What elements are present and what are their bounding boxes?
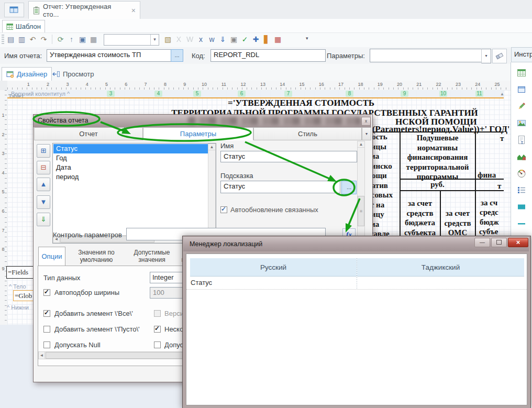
cell-russian[interactable]: Статус <box>191 279 212 286</box>
report-title-line1[interactable]: ='УТВЕРЖДЕННАЯ СТОИМОСТЬ <box>92 98 511 108</box>
column-header-russian[interactable]: Русский <box>190 258 357 277</box>
remove-parameter-button[interactable]: ⊟ <box>37 161 50 174</box>
book-icon[interactable]: ▋ <box>262 35 271 44</box>
fields-expression-cell[interactable]: =Fields <box>6 266 34 279</box>
line-icon[interactable] <box>517 219 526 228</box>
tabs-dropdown-icon[interactable]: ▾ <box>362 127 371 140</box>
allow-null-checkbox[interactable] <box>43 341 50 348</box>
print-icon[interactable]: ▦ <box>89 35 98 44</box>
tab-template[interactable]: Шаблон <box>2 20 45 32</box>
body-section-label[interactable]: ^ Тело <box>9 283 26 290</box>
validate-icon[interactable]: ✓ <box>240 35 249 44</box>
move-up-button[interactable]: ▲ <box>37 178 50 191</box>
upload-icon[interactable]: ↑ <box>67 35 76 44</box>
vscroll-thumb[interactable]: ≡ <box>358 196 364 226</box>
add-parameter-button[interactable]: ⊞ <box>37 144 50 158</box>
close-dialog-button[interactable]: x <box>361 117 371 126</box>
tab-default-values[interactable]: Значения по умолчанию <box>66 247 126 266</box>
tab-report[interactable]: Отчет <box>34 127 143 140</box>
parameter-list-item[interactable]: Дата <box>53 163 208 172</box>
tab-preview[interactable]: Просмотр <box>48 67 98 81</box>
table-rub-cell[interactable]: руб. <box>400 180 475 189</box>
parameter-list-item[interactable]: период <box>53 172 208 182</box>
list-vscrollbar[interactable] <box>208 144 216 235</box>
save-icon[interactable]: ▤ <box>6 35 15 44</box>
column-marker[interactable]: 3 <box>107 91 115 97</box>
save-all-icon[interactable]: ▥ <box>17 35 26 44</box>
globals-expression-cell[interactable]: =Glob <box>13 290 34 301</box>
tab-style[interactable]: Стиль <box>253 127 362 140</box>
parameters-dropdown-icon[interactable]: ▾ <box>481 49 491 63</box>
version-checkbox[interactable] <box>154 310 161 317</box>
move-down-button[interactable]: ▼ <box>37 195 50 209</box>
autowidth-checkbox[interactable] <box>43 289 50 296</box>
scroll-left-icon[interactable]: ◄ <box>38 351 45 359</box>
maximize-button[interactable] <box>491 238 507 247</box>
close-button[interactable]: × <box>508 238 528 247</box>
redo-icon[interactable]: ↷ <box>39 35 48 44</box>
gauge-icon[interactable] <box>517 169 526 178</box>
word-doc-icon[interactable]: w <box>207 35 216 44</box>
tab-allowed-values[interactable]: Допустимые значения <box>127 247 176 266</box>
panel-icon[interactable] <box>517 85 526 94</box>
column-marker[interactable]: 9 <box>401 91 408 97</box>
minimize-button[interactable]: — <box>474 238 490 247</box>
navigate-icon[interactable]: ✚ <box>251 35 260 44</box>
table-mid-header-cell[interactable]: Подушевыенормативыфинансированиятерритор… <box>400 133 475 182</box>
tools-panel-header[interactable]: Инстр <box>511 47 532 62</box>
column-marker[interactable]: 10 <box>439 91 447 97</box>
add-all-checkbox[interactable] <box>43 310 50 317</box>
textbox-icon[interactable] <box>517 135 526 145</box>
document-tab[interactable]: Отчет: Утвержденная сто... × <box>28 1 140 19</box>
tab-options[interactable]: Опции <box>38 247 65 266</box>
report-name-browse-button[interactable]: ... <box>171 49 183 62</box>
export-icon[interactable]: ▧ <box>163 35 172 44</box>
image-icon[interactable] <box>517 118 526 128</box>
archive-icon[interactable]: ▣ <box>229 35 238 44</box>
report-code-input[interactable]: REPORT_RDL <box>210 49 326 62</box>
undo-icon[interactable]: ↶ <box>28 35 37 44</box>
pencil-icon[interactable] <box>517 102 526 111</box>
localization-button[interactable]: ... <box>341 181 357 194</box>
dialog-titlebar[interactable]: Свойства отчета <box>34 115 371 127</box>
chevron-down-icon[interactable]: ▾ <box>150 35 159 45</box>
column-marker[interactable]: 4 <box>154 91 162 97</box>
scroll-up-icon[interactable]: ▲ <box>208 144 216 150</box>
allow2-checkbox[interactable] <box>154 341 161 348</box>
toolbar-combo[interactable]: ▾ <box>104 34 159 46</box>
panel-vscrollbar[interactable] <box>357 141 365 246</box>
table-budget-cell[interactable]: за счетсредствбюджетасубъекта <box>400 199 440 237</box>
tab-parameters[interactable]: Параметры <box>143 127 253 140</box>
home-tab[interactable] <box>4 3 24 17</box>
tab-designer[interactable]: Дизайнер <box>2 67 52 81</box>
width-input[interactable]: 100 <box>150 287 185 299</box>
column-header-tajik[interactable]: Таджикский <box>357 258 524 277</box>
copy-icon[interactable]: ▣ <box>78 35 87 44</box>
add-empty-checkbox[interactable] <box>43 326 50 333</box>
column-marker[interactable]: 6 <box>238 91 246 97</box>
import-parameters-button[interactable]: ⇓ <box>37 213 50 226</box>
table-oms-cell[interactable]: за счетсредствОМС <box>440 208 475 238</box>
rectangle-icon[interactable] <box>517 202 526 212</box>
param-hint-input[interactable]: Статус <box>220 181 340 193</box>
column-marker[interactable]: 5 <box>193 91 201 97</box>
param-name-input[interactable]: Статус <box>220 151 357 162</box>
grid-icon[interactable]: ▦ <box>273 35 282 44</box>
word-icon[interactable]: W <box>185 35 194 44</box>
toolbar-grip[interactable] <box>2 35 4 45</box>
toolbar-overflow-icon[interactable]: ▾ <box>306 36 308 41</box>
refresh-icon[interactable]: ⟳ <box>56 35 65 44</box>
list-icon[interactable] <box>517 185 526 195</box>
report-name-input[interactable]: Утвержденная стоимость ТП <box>47 49 173 62</box>
excel-icon[interactable]: X <box>174 35 183 44</box>
clear-parameters-button[interactable] <box>492 49 507 63</box>
hscroll-thumb[interactable] <box>46 352 197 359</box>
scroll-up-icon[interactable]: ▲ <box>357 141 365 148</box>
column-marker[interactable]: 8 <box>346 91 353 97</box>
excel-doc-icon[interactable]: x <box>196 35 205 44</box>
parameter-list-item[interactable]: Год <box>53 153 208 163</box>
download-icon[interactable]: ⇓ <box>218 35 227 44</box>
chart-icon[interactable] <box>517 152 526 161</box>
table-icon[interactable] <box>517 68 526 78</box>
column-marker[interactable]: 11 <box>475 91 483 97</box>
